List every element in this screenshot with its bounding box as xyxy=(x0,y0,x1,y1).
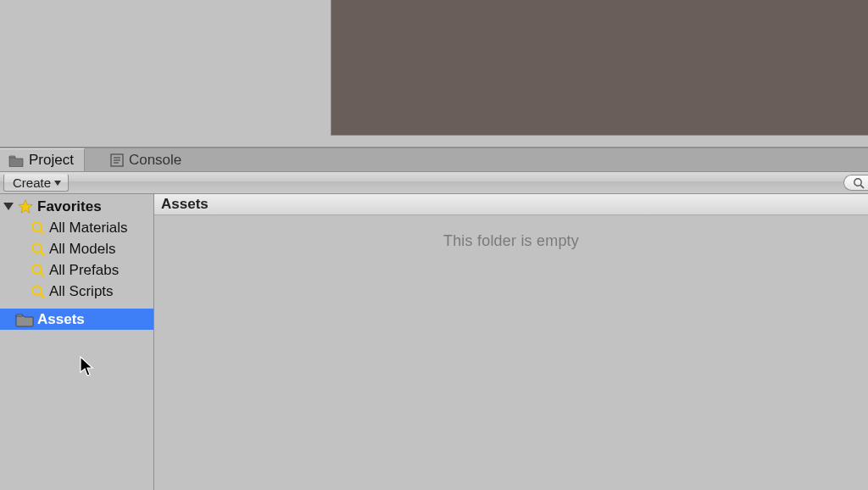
svg-line-7 xyxy=(40,230,44,234)
expand-toggle-icon[interactable] xyxy=(3,203,14,210)
search-input[interactable] xyxy=(843,175,868,191)
search-icon xyxy=(853,177,865,189)
create-button[interactable]: Create xyxy=(3,174,69,192)
project-content-area: Assets This folder is empty xyxy=(154,194,868,490)
empty-folder-text: This folder is empty xyxy=(443,232,579,490)
folder-icon xyxy=(15,312,34,327)
panel-divider-vertical[interactable] xyxy=(324,0,331,148)
svg-point-12 xyxy=(32,286,41,294)
scene-viewport-fragment xyxy=(331,0,868,136)
svg-line-11 xyxy=(40,272,44,276)
upper-panels xyxy=(0,0,868,148)
svg-point-10 xyxy=(32,264,41,273)
svg-line-13 xyxy=(40,293,44,298)
star-icon xyxy=(17,198,34,215)
sidebar-assets-label: Assets xyxy=(37,311,85,328)
search-icon xyxy=(31,220,46,236)
sidebar-item-all-scripts[interactable]: All Scripts xyxy=(0,281,153,302)
search-icon xyxy=(31,263,46,278)
tab-project[interactable]: Project xyxy=(0,148,85,171)
search-icon xyxy=(31,242,46,257)
svg-point-6 xyxy=(32,222,41,231)
sidebar-item-all-prefabs[interactable]: All Prefabs xyxy=(0,259,153,281)
project-toolbar: Create xyxy=(0,172,868,194)
tab-project-label: Project xyxy=(29,152,74,169)
dropdown-caret-icon xyxy=(54,181,61,186)
tab-console[interactable]: Console xyxy=(102,148,192,171)
folder-icon xyxy=(8,154,24,167)
project-panel-body: Favorites All Materials All Models xyxy=(0,194,868,490)
svg-line-5 xyxy=(860,185,864,188)
search-icon xyxy=(31,284,46,299)
svg-point-8 xyxy=(32,243,41,252)
sidebar-item-favorites[interactable]: Favorites xyxy=(0,196,153,217)
sidebar-item-label: All Models xyxy=(49,241,115,258)
sidebar-item-label: All Materials xyxy=(49,220,128,237)
sidebar-item-all-materials[interactable]: All Materials xyxy=(0,217,153,238)
breadcrumb-label: Assets xyxy=(161,196,209,213)
sidebar-favorites-label: Favorites xyxy=(37,198,102,215)
breadcrumb[interactable]: Assets xyxy=(154,194,868,215)
console-icon xyxy=(110,153,124,167)
sidebar-item-assets[interactable]: Assets xyxy=(0,309,153,330)
project-tab-strip: Project Console xyxy=(0,148,868,172)
project-sidebar: Favorites All Materials All Models xyxy=(0,194,154,490)
empty-folder-message: This folder is empty xyxy=(154,215,868,490)
sidebar-item-all-models[interactable]: All Models xyxy=(0,238,153,259)
create-button-label: Create xyxy=(13,175,51,190)
tab-console-label: Console xyxy=(129,152,181,169)
sidebar-item-label: All Scripts xyxy=(49,283,114,300)
svg-line-9 xyxy=(40,251,44,255)
sidebar-item-label: All Prefabs xyxy=(49,262,119,279)
svg-point-4 xyxy=(854,178,861,185)
